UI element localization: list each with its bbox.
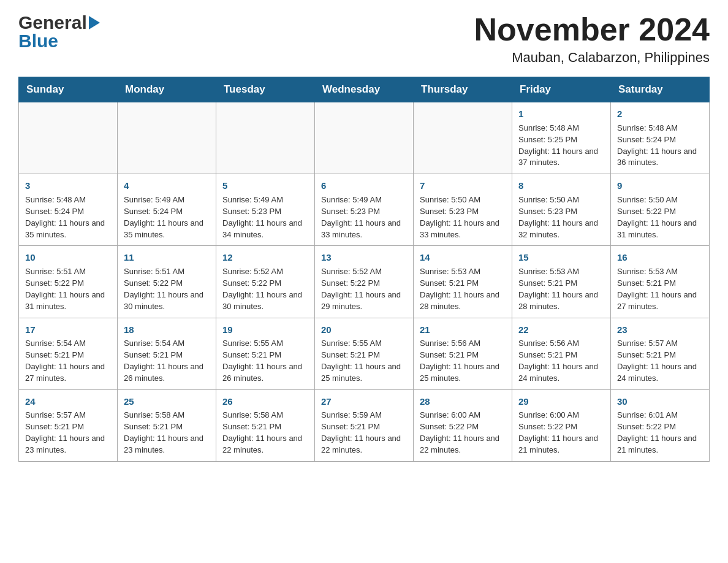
day-number: 27 <box>321 395 407 408</box>
day-number: 29 <box>518 395 604 408</box>
table-row: 8Sunrise: 5:50 AMSunset: 5:23 PMDaylight… <box>512 174 611 246</box>
logo-general-text: General <box>18 12 87 33</box>
table-row: 24Sunrise: 5:57 AMSunset: 5:21 PMDayligh… <box>19 389 118 461</box>
day-info: Sunrise: 5:59 AMSunset: 5:21 PMDaylight:… <box>321 410 407 456</box>
day-info: Sunrise: 5:58 AMSunset: 5:21 PMDaylight:… <box>222 410 308 456</box>
table-row: 17Sunrise: 5:54 AMSunset: 5:21 PMDayligh… <box>19 318 118 389</box>
day-number: 4 <box>124 179 210 193</box>
day-info: Sunrise: 5:57 AMSunset: 5:21 PMDaylight:… <box>617 338 703 384</box>
table-row <box>315 102 414 174</box>
day-info: Sunrise: 5:48 AMSunset: 5:24 PMDaylight:… <box>617 123 703 169</box>
day-info: Sunrise: 5:53 AMSunset: 5:21 PMDaylight:… <box>420 266 506 312</box>
table-row <box>118 102 216 174</box>
day-number: 1 <box>518 107 604 121</box>
calendar-table: Sunday Monday Tuesday Wednesday Thursday… <box>18 77 710 462</box>
day-number: 13 <box>321 251 407 264</box>
table-row: 2Sunrise: 5:48 AMSunset: 5:24 PMDaylight… <box>611 102 710 174</box>
table-row: 22Sunrise: 5:56 AMSunset: 5:21 PMDayligh… <box>512 318 611 389</box>
days-of-week-row: Sunday Monday Tuesday Wednesday Thursday… <box>19 77 710 102</box>
table-row: 27Sunrise: 5:59 AMSunset: 5:21 PMDayligh… <box>315 389 414 461</box>
day-number: 3 <box>25 179 111 193</box>
day-info: Sunrise: 5:58 AMSunset: 5:21 PMDaylight:… <box>124 410 210 456</box>
table-row: 25Sunrise: 5:58 AMSunset: 5:21 PMDayligh… <box>118 389 216 461</box>
table-row: 28Sunrise: 6:00 AMSunset: 5:22 PMDayligh… <box>414 389 512 461</box>
calendar-week-3: 10Sunrise: 5:51 AMSunset: 5:22 PMDayligh… <box>19 246 710 318</box>
table-row: 20Sunrise: 5:55 AMSunset: 5:21 PMDayligh… <box>315 318 414 389</box>
table-row: 5Sunrise: 5:49 AMSunset: 5:23 PMDaylight… <box>216 174 315 246</box>
day-number: 17 <box>25 323 111 337</box>
day-number: 18 <box>124 323 210 337</box>
table-row: 12Sunrise: 5:52 AMSunset: 5:22 PMDayligh… <box>216 246 315 318</box>
logo-triangle-icon <box>89 16 100 29</box>
day-info: Sunrise: 5:52 AMSunset: 5:22 PMDaylight:… <box>321 266 407 312</box>
table-row: 15Sunrise: 5:53 AMSunset: 5:21 PMDayligh… <box>512 246 611 318</box>
day-number: 7 <box>420 179 506 193</box>
day-info: Sunrise: 5:54 AMSunset: 5:21 PMDaylight:… <box>124 338 210 384</box>
day-info: Sunrise: 5:55 AMSunset: 5:21 PMDaylight:… <box>321 338 407 384</box>
table-row <box>414 102 512 174</box>
day-number: 15 <box>518 251 604 264</box>
table-row: 1Sunrise: 5:48 AMSunset: 5:25 PMDaylight… <box>512 102 611 174</box>
day-info: Sunrise: 5:49 AMSunset: 5:24 PMDaylight:… <box>124 194 210 240</box>
table-row: 9Sunrise: 5:50 AMSunset: 5:22 PMDaylight… <box>611 174 710 246</box>
day-info: Sunrise: 5:48 AMSunset: 5:24 PMDaylight:… <box>25 194 111 240</box>
day-number: 26 <box>222 395 308 408</box>
day-number: 12 <box>222 251 308 264</box>
calendar-header: Sunday Monday Tuesday Wednesday Thursday… <box>19 77 710 102</box>
calendar-week-4: 17Sunrise: 5:54 AMSunset: 5:21 PMDayligh… <box>19 318 710 389</box>
day-number: 11 <box>124 251 210 264</box>
day-number: 23 <box>617 323 703 337</box>
day-info: Sunrise: 5:51 AMSunset: 5:22 PMDaylight:… <box>124 266 210 312</box>
table-row: 7Sunrise: 5:50 AMSunset: 5:23 PMDaylight… <box>414 174 512 246</box>
day-info: Sunrise: 5:54 AMSunset: 5:21 PMDaylight:… <box>25 338 111 384</box>
col-friday: Friday <box>512 77 611 102</box>
day-info: Sunrise: 5:57 AMSunset: 5:21 PMDaylight:… <box>25 410 111 456</box>
day-info: Sunrise: 6:01 AMSunset: 5:22 PMDaylight:… <box>617 410 703 456</box>
table-row: 10Sunrise: 5:51 AMSunset: 5:22 PMDayligh… <box>19 246 118 318</box>
table-row: 18Sunrise: 5:54 AMSunset: 5:21 PMDayligh… <box>118 318 216 389</box>
table-row <box>19 102 118 174</box>
day-number: 24 <box>25 395 111 408</box>
table-row: 26Sunrise: 5:58 AMSunset: 5:21 PMDayligh… <box>216 389 315 461</box>
logo-blue-text: Blue <box>18 31 58 52</box>
day-info: Sunrise: 5:56 AMSunset: 5:21 PMDaylight:… <box>420 338 506 384</box>
day-info: Sunrise: 6:00 AMSunset: 5:22 PMDaylight:… <box>420 410 506 456</box>
page-header: General Blue November 2024 Mauban, Calab… <box>18 12 710 66</box>
day-number: 8 <box>518 179 604 193</box>
day-number: 14 <box>420 251 506 264</box>
day-number: 10 <box>25 251 111 264</box>
day-number: 30 <box>617 395 703 408</box>
table-row: 14Sunrise: 5:53 AMSunset: 5:21 PMDayligh… <box>414 246 512 318</box>
day-number: 19 <box>222 323 308 337</box>
table-row <box>216 102 315 174</box>
table-row: 16Sunrise: 5:53 AMSunset: 5:21 PMDayligh… <box>611 246 710 318</box>
col-monday: Monday <box>118 77 216 102</box>
calendar-week-1: 1Sunrise: 5:48 AMSunset: 5:25 PMDaylight… <box>19 102 710 174</box>
table-row: 29Sunrise: 6:00 AMSunset: 5:22 PMDayligh… <box>512 389 611 461</box>
day-number: 9 <box>617 179 703 193</box>
col-sunday: Sunday <box>19 77 118 102</box>
day-number: 16 <box>617 251 703 264</box>
day-info: Sunrise: 5:48 AMSunset: 5:25 PMDaylight:… <box>518 123 604 169</box>
table-row: 6Sunrise: 5:49 AMSunset: 5:23 PMDaylight… <box>315 174 414 246</box>
table-row: 11Sunrise: 5:51 AMSunset: 5:22 PMDayligh… <box>118 246 216 318</box>
day-info: Sunrise: 5:50 AMSunset: 5:22 PMDaylight:… <box>617 194 703 240</box>
logo: General Blue <box>18 12 100 52</box>
col-tuesday: Tuesday <box>216 77 315 102</box>
day-info: Sunrise: 5:52 AMSunset: 5:22 PMDaylight:… <box>222 266 308 312</box>
table-row: 13Sunrise: 5:52 AMSunset: 5:22 PMDayligh… <box>315 246 414 318</box>
day-info: Sunrise: 5:53 AMSunset: 5:21 PMDaylight:… <box>617 266 703 312</box>
table-row: 21Sunrise: 5:56 AMSunset: 5:21 PMDayligh… <box>414 318 512 389</box>
day-info: Sunrise: 5:49 AMSunset: 5:23 PMDaylight:… <box>222 194 308 240</box>
day-number: 2 <box>617 107 703 121</box>
calendar-body: 1Sunrise: 5:48 AMSunset: 5:25 PMDaylight… <box>19 102 710 462</box>
day-number: 6 <box>321 179 407 193</box>
day-info: Sunrise: 5:50 AMSunset: 5:23 PMDaylight:… <box>518 194 604 240</box>
table-row: 4Sunrise: 5:49 AMSunset: 5:24 PMDaylight… <box>118 174 216 246</box>
day-info: Sunrise: 5:49 AMSunset: 5:23 PMDaylight:… <box>321 194 407 240</box>
calendar-week-2: 3Sunrise: 5:48 AMSunset: 5:24 PMDaylight… <box>19 174 710 246</box>
day-number: 20 <box>321 323 407 337</box>
day-info: Sunrise: 5:56 AMSunset: 5:21 PMDaylight:… <box>518 338 604 384</box>
col-wednesday: Wednesday <box>315 77 414 102</box>
day-info: Sunrise: 6:00 AMSunset: 5:22 PMDaylight:… <box>518 410 604 456</box>
